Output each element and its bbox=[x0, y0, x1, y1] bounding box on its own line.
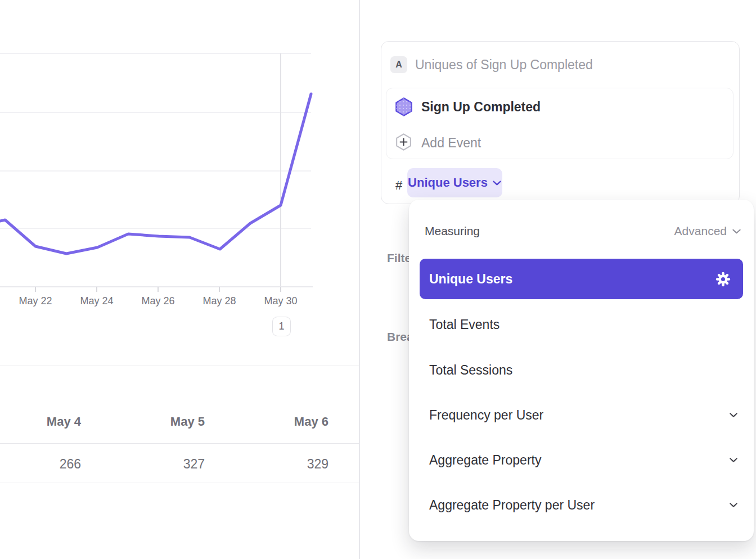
add-event-icon bbox=[395, 133, 412, 151]
menu-item-aggregate-property-per-user[interactable]: Aggregate Property per User bbox=[409, 483, 754, 528]
insights-screen: May 22 May 24 May 26 May 28 May 30 1 May… bbox=[0, 0, 756, 559]
table-value-cell: 266 bbox=[0, 457, 81, 472]
x-axis-label: May 24 bbox=[71, 295, 122, 307]
table-header-cell: May 6 bbox=[205, 414, 328, 429]
advanced-mode-toggle[interactable]: Advanced bbox=[674, 224, 741, 238]
add-event-button[interactable]: Add Event bbox=[421, 136, 481, 151]
pagination-badge[interactable]: 1 bbox=[272, 317, 291, 336]
event-hexagon-icon bbox=[395, 97, 412, 116]
series-letter-badge: A bbox=[390, 56, 407, 73]
chevron-down-icon bbox=[492, 180, 502, 186]
event-box: Sign Up Completed Add Event bbox=[386, 88, 734, 159]
menu-item-unique-users-selected[interactable]: Unique Users bbox=[420, 259, 743, 299]
chevron-down-icon bbox=[729, 502, 738, 508]
table-top-border bbox=[0, 366, 359, 366]
table-header-cell: May 5 bbox=[81, 414, 205, 429]
table-value-cell: 329 bbox=[205, 457, 328, 472]
menu-item-aggregate-property[interactable]: Aggregate Property bbox=[409, 438, 754, 483]
table-header-divider bbox=[0, 443, 359, 444]
series-title: Uniques of Sign Up Completed bbox=[415, 57, 593, 73]
table-header-cell: May 4 bbox=[0, 414, 81, 429]
table-value-cell: 327 bbox=[81, 457, 205, 472]
filter-section-heading: Filter bbox=[387, 251, 410, 266]
menu-item-total-events[interactable]: Total Events bbox=[409, 302, 754, 347]
x-axis-label: May 28 bbox=[194, 295, 245, 307]
chevron-down-icon bbox=[729, 412, 738, 418]
table-row: 266 327 329 bbox=[0, 457, 328, 472]
menu-item-total-sessions[interactable]: Total Sessions bbox=[409, 348, 754, 393]
x-axis-label: May 22 bbox=[10, 295, 61, 307]
menu-item-frequency-per-user[interactable]: Frequency per User bbox=[409, 393, 754, 438]
gear-icon[interactable] bbox=[716, 272, 731, 287]
series-line[interactable] bbox=[0, 94, 311, 254]
measurement-value: Unique Users bbox=[408, 175, 488, 190]
measurement-dropdown-menu: Measuring Advanced Unique Users bbox=[409, 200, 754, 541]
dropdown-header: Measuring Advanced bbox=[425, 223, 741, 239]
panel-divider bbox=[359, 0, 360, 559]
count-type-symbol: # bbox=[395, 178, 402, 193]
x-axis-label: May 30 bbox=[255, 295, 306, 307]
chevron-down-icon bbox=[732, 228, 741, 235]
breakdown-section-heading: Breakdown bbox=[387, 330, 410, 345]
x-axis-label: May 26 bbox=[133, 295, 183, 307]
event-name[interactable]: Sign Up Completed bbox=[421, 100, 541, 115]
query-builder-card: A Uniques of Sign Up Completed Sign Up C… bbox=[381, 41, 740, 204]
table-bottom-border bbox=[0, 483, 359, 483]
chevron-down-icon bbox=[729, 457, 738, 463]
measuring-label: Measuring bbox=[425, 224, 480, 238]
table-header-row: May 4 May 5 May 6 bbox=[0, 414, 328, 429]
chart-panel: May 22 May 24 May 26 May 28 May 30 1 May… bbox=[0, 0, 359, 559]
line-chart bbox=[0, 0, 359, 315]
pagination-badge-label: 1 bbox=[278, 321, 284, 332]
measurement-dropdown-button[interactable]: Unique Users bbox=[407, 168, 502, 197]
